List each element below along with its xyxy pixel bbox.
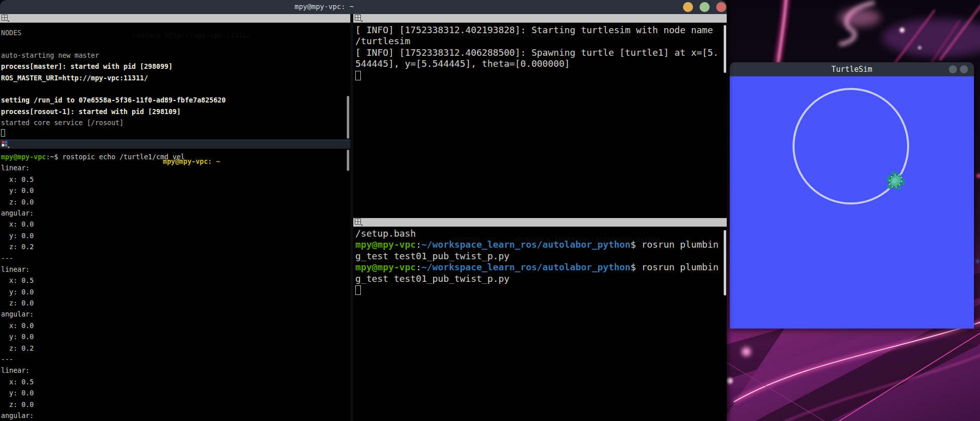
terminal-line: [ INFO] [1752338312.406288500]: Spawning… (355, 47, 727, 58)
terminal-line: x: 0.5 (1, 174, 350, 185)
terminal-line: y: 0.0 (1, 286, 350, 297)
terminal-line (1, 83, 350, 94)
terminal-line: z: 0.0 (1, 399, 350, 410)
rostopic-echo-terminal[interactable]: mpy@mpy-vpc:~$ rostopic echo /turtle1/cm… (0, 149, 350, 421)
terminal-line: x: 0.5 (1, 376, 350, 387)
rosrun-terminal[interactable]: /setup.bashmpy@mpy-vpc:~/workspace_learn… (353, 227, 727, 421)
terminal-line: mpy@mpy-vpc:~/workspace_learn_ros/autola… (355, 239, 727, 250)
pane-rostopic-echo: mpy@mpy-vpc: ~ mpy@mpy-vpc:~$ rostopic e… (0, 140, 350, 421)
terminal-line: setting /run_id to 07e6558a-5f36-11f0-ad… (1, 94, 350, 106)
terminal-line (1, 38, 350, 49)
terminal-line: z: 0.0 (1, 196, 350, 207)
turtlesim-node-terminal[interactable]: [ INFO] [1752338312.402193828]: Starting… (353, 23, 727, 218)
terminator-window: mpy@mpy-vpc: ~ roscore http://mpy-vpc:11… (0, 0, 727, 421)
scrollbar-thumb[interactable] (347, 96, 349, 139)
pane-rosrun: mpy@mpy-vpc: ~/workspace_learn_ros/autol… (353, 218, 727, 421)
terminal-cursor (355, 285, 361, 295)
pane-roscore: roscore http://mpy-vpc:11311/ NODESauto-… (0, 14, 350, 140)
terminal-line: y: 0.0 (1, 230, 350, 241)
close-button[interactable] (716, 2, 726, 12)
pane-titlebar-rosrun[interactable]: mpy@mpy-vpc: ~/workspace_learn_ros/autol… (353, 218, 727, 227)
scrollbar-thumb[interactable] (724, 25, 726, 73)
terminal-line: linear: (1, 162, 350, 173)
terminal-line: NODES (1, 27, 350, 38)
turtlesim-titlebar[interactable]: TurtleSim (730, 62, 974, 76)
turtlesim-canvas (730, 76, 974, 329)
terminal-line (1, 129, 350, 140)
pane-titlebar-turtlesim-node[interactable]: mpy@mpy-vpc: ~/workspace_learn_ros/autol… (353, 14, 727, 23)
terminal-line: y: 0.0 (1, 185, 350, 196)
terminal-line: x: 0.5 (1, 275, 350, 286)
pane-titlebar-rostopic-echo[interactable]: mpy@mpy-vpc: ~ (0, 140, 350, 149)
pane-turtlesim-node: mpy@mpy-vpc: ~/workspace_learn_ros/autol… (353, 14, 727, 218)
maximize-button[interactable] (700, 2, 710, 12)
pane-titlebar-roscore[interactable]: roscore http://mpy-vpc:11311/ (0, 14, 350, 23)
minimize-button[interactable] (683, 2, 693, 12)
terminal-line: --- (1, 253, 350, 264)
terminal-line: mpy@mpy-vpc:~/workspace_learn_ros/autola… (355, 262, 727, 273)
terminal-line: x: 0.0 (1, 320, 350, 331)
terminal-line: g_test test01_pub_twist_p.py (355, 251, 727, 262)
terminal-line: y: 0.0 (1, 387, 350, 398)
scrollbar-thumb[interactable] (347, 150, 349, 171)
terminal-line: 544445], y=[5.544445], theta=[0.000000] (355, 58, 727, 69)
terminal-line: process[master]: started with pid [29809… (1, 61, 350, 72)
terminal-line: ROS_MASTER_URI=http://mpy-vpc:11311/ (1, 72, 350, 83)
terminal-line: started core service [/rosout] (1, 117, 350, 128)
group-grid-icon[interactable] (355, 15, 363, 22)
terminal-line: linear: (1, 365, 350, 376)
pane-divider[interactable] (350, 14, 353, 421)
turtlesim-window: TurtleSim (730, 62, 974, 329)
group-grid-icon[interactable] (355, 219, 363, 226)
roscore-output-terminal[interactable]: NODESauto-starting new masterprocess[mas… (0, 23, 350, 140)
terminal-cursor (355, 71, 361, 80)
terminal-line: z: 0.2 (1, 241, 350, 252)
terminal-line: auto-starting new master (1, 50, 350, 61)
group-grid-icon-active[interactable] (2, 141, 10, 148)
terminal-cursor (1, 129, 5, 137)
desktop: TurtleSim (0, 0, 980, 421)
turtlesim-window-button-2[interactable] (960, 65, 968, 73)
terminal-line: --- (1, 354, 350, 365)
terminal-window-title: mpy@mpy-vpc: ~ (295, 3, 354, 11)
terminal-line (355, 284, 727, 295)
terminal-line: mpy@mpy-vpc:~$ rostopic echo /turtle1/cm… (1, 151, 350, 162)
terminal-line: angular: (1, 410, 350, 421)
terminal-line: angular: (1, 308, 350, 320)
terminal-line: z: 0.0 (1, 297, 350, 308)
terminal-line: g_test test01_pub_twist_p.py (355, 273, 727, 284)
terminal-line: angular: (1, 207, 350, 219)
terminal-line: z: 0.2 (1, 343, 350, 354)
terminal-line: x: 0.0 (1, 219, 350, 230)
terminal-line: /setup.bash (355, 228, 727, 239)
terminal-line (355, 70, 727, 81)
scrollbar-thumb[interactable] (724, 230, 726, 295)
group-grid-icon[interactable] (2, 15, 10, 22)
turtlesim-window-button-1[interactable] (949, 65, 957, 73)
turtlesim-window-title: TurtleSim (831, 65, 872, 74)
terminal-line: process[rosout-1]: started with pid [298… (1, 106, 350, 117)
terminal-line: y: 0.0 (1, 331, 350, 342)
terminal-line: /turtlesim (355, 36, 727, 47)
terminal-line: [ INFO] [1752338312.402193828]: Starting… (355, 25, 727, 36)
terminal-titlebar[interactable]: mpy@mpy-vpc: ~ (0, 0, 727, 14)
terminal-line: linear: (1, 264, 350, 275)
